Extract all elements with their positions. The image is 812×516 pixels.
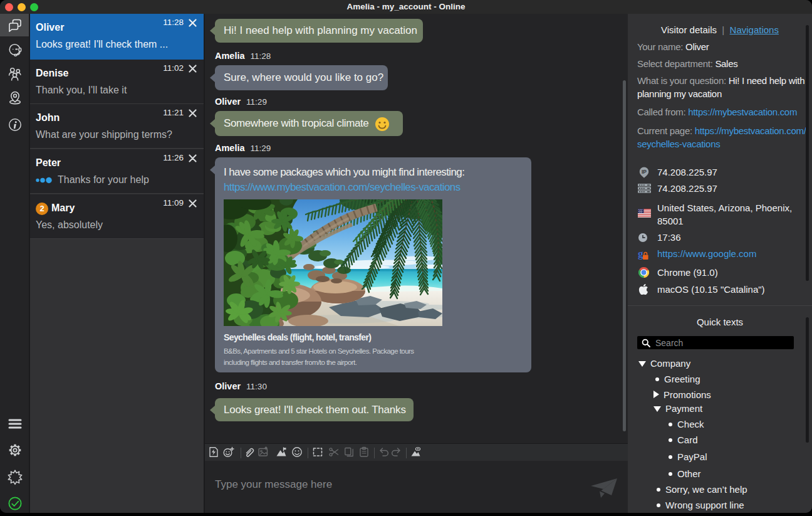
svg-text:g: g bbox=[638, 248, 643, 260]
svg-text:IP: IP bbox=[642, 169, 647, 175]
